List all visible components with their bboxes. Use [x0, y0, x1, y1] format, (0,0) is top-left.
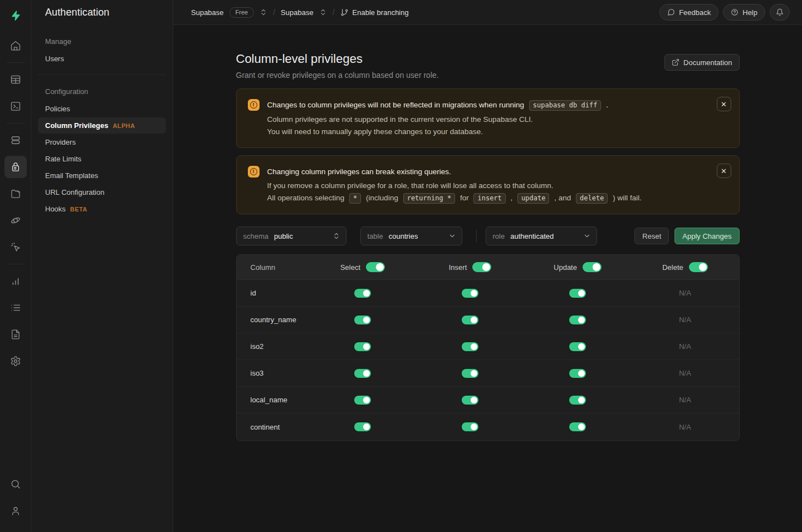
- delete-all-toggle[interactable]: [689, 262, 708, 272]
- plan-badge[interactable]: Free: [229, 7, 255, 18]
- insert-toggle[interactable]: [462, 422, 478, 431]
- insert-toggle[interactable]: [462, 316, 478, 324]
- update-toggle[interactable]: [569, 342, 586, 351]
- close-icon: ✕: [721, 167, 727, 175]
- column-name: continent: [237, 423, 309, 431]
- org-breadcrumb[interactable]: Supabase: [191, 8, 224, 17]
- insert-all-toggle[interactable]: [472, 262, 491, 272]
- insert-toggle[interactable]: [462, 342, 478, 351]
- rail-search-button[interactable]: [4, 473, 27, 495]
- column-name: iso3: [237, 369, 309, 377]
- rail-home-button[interactable]: [4, 35, 27, 57]
- project-switcher[interactable]: [319, 8, 327, 16]
- insert-toggle[interactable]: [462, 369, 478, 378]
- auth-lock-icon: [10, 161, 21, 173]
- sidebar-item-hooks[interactable]: Hooks BETA: [38, 201, 166, 217]
- update-toggle[interactable]: [569, 316, 586, 324]
- rail-api-docs-button[interactable]: [4, 323, 27, 346]
- table-select[interactable]: table countries: [360, 226, 462, 245]
- sidebar-item-users[interactable]: Users: [38, 51, 166, 67]
- update-all-toggle[interactable]: [583, 262, 602, 272]
- storage-icon: [10, 188, 21, 199]
- insert-header: Insert: [449, 263, 467, 272]
- update-toggle[interactable]: [569, 396, 586, 405]
- code-chip: update: [517, 193, 549, 204]
- page-header: Column-level privileges Grant or revoke …: [236, 52, 740, 80]
- rail-settings-button[interactable]: [4, 350, 27, 372]
- rail-logs-button[interactable]: [4, 297, 27, 319]
- sidebar-item-providers[interactable]: Providers: [38, 134, 166, 150]
- edge-functions-icon: [10, 215, 21, 226]
- update-toggle[interactable]: [569, 289, 586, 298]
- rail-realtime-button[interactable]: [4, 236, 27, 258]
- update-toggle[interactable]: [569, 369, 586, 378]
- insert-toggle[interactable]: [462, 289, 478, 298]
- rail-database-button[interactable]: [4, 129, 27, 151]
- nav-item-label: Policies: [45, 105, 70, 113]
- select-toggle[interactable]: [354, 422, 371, 431]
- rail-sql-editor-button[interactable]: [4, 95, 27, 117]
- banner-line: All operations selecting * (including re…: [267, 193, 644, 204]
- sidebar-item-column-privileges[interactable]: Column Privileges ALPHA: [38, 117, 166, 134]
- app-window: Authentication Manage Users Configuratio…: [0, 0, 802, 532]
- nav-item-label: Column Privileges: [45, 121, 108, 130]
- reports-icon: [10, 275, 21, 287]
- select-toggle[interactable]: [354, 342, 371, 351]
- schema-select[interactable]: schema public: [236, 226, 346, 245]
- apply-changes-button[interactable]: Apply Changes: [674, 228, 739, 244]
- close-banner-button[interactable]: ✕: [717, 164, 731, 178]
- org-switcher[interactable]: [260, 8, 267, 16]
- project-breadcrumb[interactable]: Supabase: [281, 8, 314, 17]
- banner-text: , and: [554, 194, 571, 202]
- rail-table-editor-button[interactable]: [4, 68, 27, 91]
- rail-account-button[interactable]: [4, 500, 27, 522]
- insert-toggle[interactable]: [462, 396, 478, 405]
- filter-divider: [476, 230, 477, 242]
- warning-icon: !: [248, 99, 260, 111]
- feedback-button[interactable]: Feedback: [659, 4, 718, 21]
- rail-storage-button[interactable]: [4, 183, 27, 205]
- queries-warning-banner: ! Changing column privileges can break e…: [236, 155, 740, 214]
- banner-text: ,: [511, 194, 513, 202]
- close-banner-button[interactable]: ✕: [717, 97, 731, 111]
- select-all-toggle[interactable]: [366, 262, 385, 272]
- rail-authentication-button[interactable]: [4, 156, 27, 178]
- settings-gear-icon: [10, 356, 21, 367]
- banner-text: ) will fail.: [613, 194, 642, 202]
- sidebar-item-email-templates[interactable]: Email Templates: [38, 168, 166, 184]
- select-toggle[interactable]: [354, 396, 371, 405]
- documentation-button[interactable]: Documentation: [664, 54, 739, 71]
- rail-reports-button[interactable]: [4, 270, 27, 292]
- topbar-actions: Feedback Help: [659, 4, 790, 21]
- supabase-logo[interactable]: [4, 6, 27, 26]
- banner-title: Changing column privileges can break exi…: [267, 166, 644, 178]
- sidebar-item-policies[interactable]: Policies: [38, 101, 166, 117]
- select-toggle[interactable]: [354, 289, 371, 298]
- code-chip: insert: [473, 193, 505, 204]
- column-name: country_name: [237, 316, 309, 324]
- delete-not-applicable: N/A: [679, 342, 691, 351]
- table-row: continent N/A: [237, 413, 739, 440]
- rail-divider: [7, 62, 25, 63]
- sidebar-item-rate-limits[interactable]: Rate Limits: [38, 151, 166, 167]
- help-button[interactable]: Help: [723, 4, 765, 21]
- role-value: authenticated: [510, 232, 575, 240]
- role-select[interactable]: role authenticated: [486, 226, 597, 245]
- sidebar-item-url-configuration[interactable]: URL Configuration: [38, 184, 166, 200]
- delete-not-applicable: N/A: [679, 369, 691, 377]
- bell-icon: [776, 8, 784, 16]
- banner-text: (including: [366, 194, 398, 202]
- content-scroll-area[interactable]: Column-level privileges Grant or revoke …: [173, 25, 802, 532]
- banner-title-text: Changes to column privileges will not be…: [267, 101, 525, 109]
- schema-label: schema: [243, 232, 269, 240]
- select-toggle[interactable]: [354, 369, 371, 378]
- rail-divider: [7, 264, 25, 264]
- reset-button[interactable]: Reset: [634, 228, 669, 244]
- notifications-button[interactable]: [770, 4, 790, 21]
- rail-edge-functions-button[interactable]: [4, 209, 27, 231]
- column-header: Column: [237, 263, 309, 272]
- banner-title: Changes to column privileges will not be…: [267, 99, 611, 111]
- select-toggle[interactable]: [354, 316, 371, 324]
- enable-branching-button[interactable]: Enable branching: [340, 8, 409, 17]
- update-toggle[interactable]: [569, 422, 586, 431]
